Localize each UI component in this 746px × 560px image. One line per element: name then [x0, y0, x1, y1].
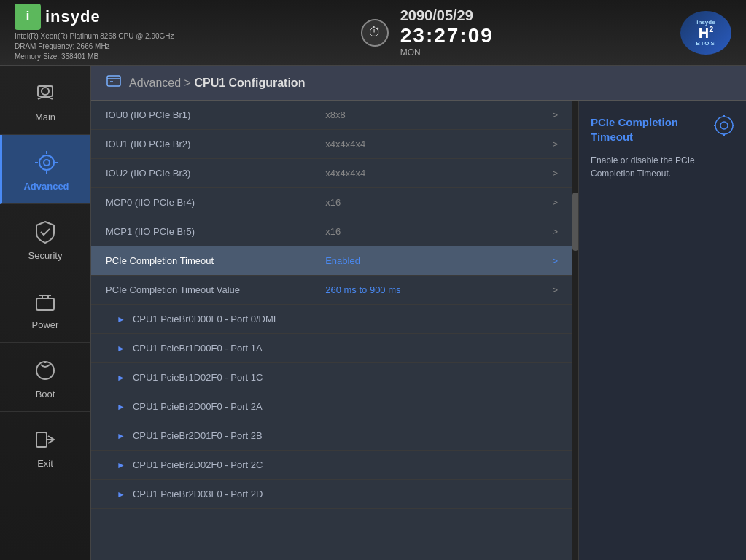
- menu-value-iou0: x8x8: [325, 109, 545, 120]
- svg-point-19: [720, 122, 728, 129]
- day-display: MON: [400, 47, 494, 58]
- menu-item-cpu1-br1d02f0[interactable]: ► CPU1 PcieBr1D02F0 - Port 1C: [91, 363, 572, 392]
- chevron-pcie-timeout-val: >: [552, 284, 558, 295]
- svg-rect-8: [36, 298, 54, 310]
- menu-item-iou0[interactable]: IOU0 (IIO PCIe Br1) x8x8 >: [91, 101, 572, 130]
- sidebar-item-security[interactable]: Security: [0, 204, 90, 273]
- bios-logo: insyde H2 BIOS: [680, 11, 731, 55]
- menu-label-iou0: IOU0 (IIO PCIe Br1): [106, 109, 325, 120]
- bios-h2-text: H2: [699, 26, 714, 40]
- page-title-bar: Advanced > CPU1 Configuration: [91, 66, 746, 101]
- sidebar-item-main[interactable]: Main: [0, 66, 90, 135]
- sidebar-item-power[interactable]: Power: [0, 273, 90, 343]
- menu-label-iou2: IOU2 (IIO PCIe Br3): [106, 168, 325, 179]
- sidebar-item-boot[interactable]: Boot: [0, 343, 90, 412]
- svg-point-3: [44, 160, 50, 166]
- arrow-cpu1-br2d02f0: ►: [117, 460, 125, 470]
- arrow-cpu1-br2d00f0: ►: [117, 402, 125, 412]
- menu-item-cpu1-br2d03f0[interactable]: ► CPU1 PcieBr2D03F0 - Port 2D: [91, 480, 572, 509]
- sidebar: Main Advanced Security Power Boot: [0, 66, 91, 560]
- menu-label-cpu1-br1d02f0: CPU1 PcieBr1D02F0 - Port 1C: [133, 372, 558, 383]
- sidebar-item-exit[interactable]: Exit: [0, 412, 90, 481]
- main-icon: [30, 78, 61, 109]
- sidebar-label-power: Power: [32, 319, 59, 330]
- breadcrumb-separator: >: [181, 77, 194, 89]
- chevron-mcp1: >: [552, 226, 558, 237]
- info-panel: PCIe Completion Timeout Enable or disabl…: [578, 101, 746, 560]
- menu-item-cpu1-br2d00f0[interactable]: ► CPU1 PcieBr2D00F0 - Port 2A: [91, 392, 572, 421]
- sidebar-label-advanced: Advanced: [23, 181, 69, 192]
- menu-label-mcp1: MCP1 (IIO PCIe Br5): [106, 226, 325, 237]
- chevron-mcp0: >: [552, 197, 558, 208]
- clock-icon: ⏱: [361, 19, 389, 47]
- brand-logo: i insyde: [15, 4, 174, 30]
- sidebar-item-advanced[interactable]: Advanced: [0, 135, 90, 204]
- brand-icon: i: [15, 4, 41, 30]
- menu-item-cpu1-br0d00f0[interactable]: ► CPU1 PcieBr0D00F0 - Port 0/DMI: [91, 305, 572, 334]
- info-panel-description: Enable or disable the PCIe Completion Ti…: [591, 154, 734, 180]
- dram-info: DRAM Frequency: 2666 MHz: [15, 42, 174, 52]
- menu-label-pcie-timeout: PCIe Completion Timeout: [106, 255, 325, 266]
- date-display: 2090/05/29: [400, 7, 494, 24]
- menu-value-pcie-timeout-val: 260 ms to 900 ms: [325, 284, 545, 295]
- info-title-text: PCIe Completion Timeout: [591, 115, 708, 144]
- chevron-iou0: >: [552, 109, 558, 120]
- sidebar-label-security: Security: [28, 250, 63, 261]
- menu-label-cpu1-br0d00f0: CPU1 PcieBr0D00F0 - Port 0/DMI: [133, 314, 558, 324]
- content-area: Advanced > CPU1 Configuration IOU0 (IIO …: [91, 66, 746, 560]
- header-left: i insyde Intel(R) Xeon(R) Platinum 8268 …: [15, 4, 174, 62]
- sidebar-label-exit: Exit: [37, 458, 53, 469]
- header: i insyde Intel(R) Xeon(R) Platinum 8268 …: [0, 0, 746, 66]
- system-info: Intel(R) Xeon(R) Platinum 8268 CPU @ 2.9…: [15, 31, 174, 62]
- svg-point-12: [36, 362, 54, 379]
- content-columns: IOU0 (IIO PCIe Br1) x8x8 > IOU1 (IIO PCI…: [91, 101, 746, 560]
- svg-point-1: [42, 88, 49, 95]
- arrow-cpu1-br1d02f0: ►: [117, 373, 125, 383]
- chevron-pcie-timeout: >: [552, 255, 558, 266]
- chevron-iou2: >: [552, 168, 558, 179]
- arrow-cpu1-br2d03f0: ►: [117, 489, 125, 499]
- breadcrumb-page: CPU1 Configuration: [194, 77, 305, 89]
- memory-info: Memory Size: 358401 MB: [15, 52, 174, 62]
- menu-item-iou2[interactable]: IOU2 (IIO PCIe Br3) x4x4x4x4 >: [91, 159, 572, 188]
- datetime: 2090/05/29 23:27:09 MON: [400, 7, 494, 58]
- sidebar-label-boot: Boot: [36, 389, 55, 400]
- page-breadcrumb: Advanced > CPU1 Configuration: [129, 77, 305, 90]
- menu-item-pcie-timeout-val[interactable]: PCIe Completion Timeout Value 260 ms to …: [91, 276, 572, 305]
- menu-label-cpu1-br2d00f0: CPU1 PcieBr2D00F0 - Port 2A: [133, 401, 558, 412]
- menu-label-cpu1-br2d01f0: CPU1 PcieBr2D01F0 - Port 2B: [133, 430, 558, 441]
- menu-item-iou1[interactable]: IOU1 (IIO PCIe Br2) x4x4x4x4 >: [91, 130, 572, 159]
- power-icon: [30, 286, 61, 316]
- menu-label-cpu1-br2d02f0: CPU1 PcieBr2D02F0 - Port 2C: [133, 459, 558, 470]
- menu-label-pcie-timeout-val: PCIe Completion Timeout Value: [106, 284, 325, 295]
- svg-point-2: [39, 155, 54, 170]
- menu-item-cpu1-br1d00f0[interactable]: ► CPU1 PcieBr1D00F0 - Port 1A: [91, 334, 572, 363]
- exit-icon: [30, 424, 61, 455]
- menu-value-mcp1: x16: [325, 226, 545, 237]
- menu-item-cpu1-br2d02f0[interactable]: ► CPU1 PcieBr2D02F0 - Port 2C: [91, 451, 572, 480]
- brand-name: insyde: [45, 7, 101, 26]
- menu-label-cpu1-br2d03f0: CPU1 PcieBr2D03F0 - Port 2D: [133, 489, 558, 499]
- breadcrumb-advanced: Advanced: [129, 77, 181, 89]
- info-panel-icon: [714, 115, 734, 141]
- menu-item-cpu1-br2d01f0[interactable]: ► CPU1 PcieBr2D01F0 - Port 2B: [91, 421, 572, 451]
- info-panel-title: PCIe Completion Timeout: [591, 115, 734, 144]
- security-icon: [30, 217, 61, 247]
- arrow-cpu1-br0d00f0: ►: [117, 314, 125, 324]
- svg-rect-13: [36, 432, 47, 447]
- boot-icon: [30, 355, 61, 386]
- menu-value-pcie-timeout: Enabled: [325, 255, 545, 266]
- scrollbar-track[interactable]: [572, 101, 578, 560]
- menu-item-pcie-timeout[interactable]: PCIe Completion Timeout Enabled >: [91, 246, 572, 276]
- menu-list[interactable]: IOU0 (IIO PCIe Br1) x8x8 > IOU1 (IIO PCI…: [91, 101, 572, 560]
- menu-item-mcp1[interactable]: MCP1 (IIO PCIe Br5) x16 >: [91, 217, 572, 246]
- scrollbar-thumb[interactable]: [572, 192, 578, 251]
- sidebar-label-main: Main: [35, 112, 55, 122]
- header-center: ⏱ 2090/05/29 23:27:09 MON: [361, 7, 494, 58]
- cpu-info: Intel(R) Xeon(R) Platinum 8268 CPU @ 2.9…: [15, 31, 174, 42]
- page-title-icon: [106, 73, 122, 93]
- chevron-iou1: >: [552, 139, 558, 149]
- menu-value-iou2: x4x4x4x4: [325, 168, 545, 179]
- main-layout: Main Advanced Security Power Boot: [0, 66, 746, 560]
- menu-item-mcp0[interactable]: MCP0 (IIO PCIe Br4) x16 >: [91, 188, 572, 217]
